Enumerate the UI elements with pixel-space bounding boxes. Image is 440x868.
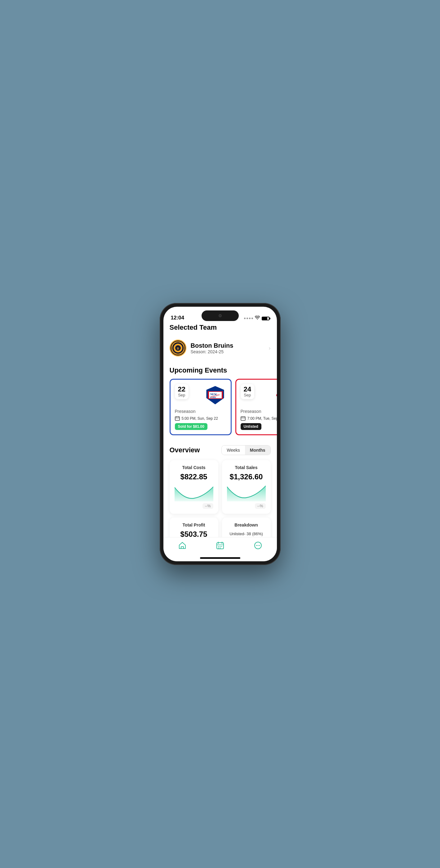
tab-more[interactable]: [253, 541, 262, 550]
svg-rect-7: [175, 417, 179, 420]
event-type-2: Preseason: [241, 409, 277, 414]
event-time-2: 7:00 PM, Tue, Sep 24: [247, 416, 277, 421]
total-sales-chart: [227, 484, 266, 501]
total-sales-card[interactable]: Total Sales $1,326.60: [222, 460, 271, 514]
phone-frame: 12:04: [160, 303, 281, 565]
team-text: Boston Bruins Season: 2024-25: [191, 342, 234, 354]
svg-point-21: [219, 546, 221, 547]
signal-dot-1: [244, 318, 245, 319]
selected-team-title: Selected Team: [170, 323, 271, 332]
event-header-2: 24 Sep capi: [241, 384, 277, 406]
months-button[interactable]: Months: [245, 445, 270, 455]
team-season: Season: 2024-25: [191, 349, 234, 354]
total-sales-title: Total Sales: [227, 465, 266, 470]
total-costs-title: Total Costs: [175, 465, 213, 470]
team-name: Boston Bruins: [191, 342, 234, 349]
total-costs-percent: --%: [202, 503, 213, 509]
upcoming-events-title: Upcoming Events: [170, 366, 271, 374]
total-costs-chart: [175, 484, 213, 501]
total-profit-value: $503.75: [175, 530, 213, 537]
event-header-1: 22 Sep: [175, 384, 226, 406]
overview-title: Overview: [170, 446, 200, 454]
signal-dot-2: [246, 318, 248, 319]
camera-pill: [218, 314, 222, 317]
scroll-content[interactable]: Selected Team B Boston Bruins: [163, 323, 277, 537]
svg-point-27: [257, 545, 258, 546]
home-icon: [178, 541, 187, 550]
event-day-1: 22: [178, 386, 185, 393]
total-profit-title: Total Profit: [175, 523, 213, 527]
bruins-logo-svg: B: [171, 341, 184, 354]
tab-calendar[interactable]: [216, 541, 225, 550]
event-month-2: Sep: [244, 393, 251, 397]
dynamic-island: [202, 310, 239, 321]
event-type-1: Preseason: [175, 409, 226, 414]
svg-point-26: [256, 545, 257, 546]
status-icons: [244, 316, 269, 321]
breakdown-items: Unlisted- 38 (86%) Sold- 5 (11%) Attendi…: [227, 531, 266, 537]
total-sales-value: $1,326.60: [227, 472, 266, 481]
event-date-1: 22 Sep: [175, 384, 189, 399]
breakdown-card[interactable]: Breakdown Unlisted- 38 (86%) Sold- 5 (11…: [222, 518, 271, 537]
svg-point-23: [218, 548, 219, 549]
total-costs-value: $822.85: [175, 472, 213, 481]
rangers-logo-svg: NEW YORK RANGERS: [205, 385, 226, 405]
period-toggle[interactable]: Weeks Months: [222, 445, 270, 455]
team-logo: B: [170, 340, 187, 356]
event-card-1[interactable]: 22 Sep: [170, 379, 232, 435]
overview-header: Overview Weeks Months: [170, 445, 271, 455]
event-month-1: Sep: [178, 393, 185, 397]
caps-text: capi: [276, 392, 277, 398]
battery-icon: [262, 317, 269, 320]
calendar-tab-icon: [216, 541, 225, 550]
event-time-row-2: 7:00 PM, Tue, Sep 24: [241, 416, 277, 421]
nyr-logo: NEW YORK RANGERS: [205, 384, 226, 406]
chevron-right-icon[interactable]: ›: [269, 345, 271, 351]
event-time-1: 5:00 PM, Sun, Sep 22: [182, 416, 218, 421]
signal-dot-4: [251, 318, 253, 319]
svg-point-28: [259, 545, 260, 546]
status-time: 12:04: [171, 315, 184, 321]
total-profit-card[interactable]: Total Profit $503.75: [170, 518, 218, 537]
team-info: B Boston Bruins Season: 2024-25: [170, 340, 234, 356]
total-sales-percent: --%: [255, 503, 266, 509]
svg-point-20: [218, 546, 219, 547]
svg-point-24: [219, 548, 221, 549]
event-status-badge-1: Sold for $81.00: [175, 423, 207, 430]
svg-rect-11: [241, 417, 245, 420]
svg-text:B: B: [177, 346, 179, 350]
signal-dot-3: [249, 318, 250, 319]
svg-point-22: [221, 546, 222, 547]
breakdown-title: Breakdown: [227, 523, 266, 527]
event-day-2: 24: [244, 386, 251, 393]
event-date-2: 24 Sep: [241, 384, 254, 399]
team-card[interactable]: B Boston Bruins Season: 2024-25 ›: [170, 336, 271, 360]
phone-screen: 12:04: [163, 307, 277, 561]
calendar-icon-2: [241, 416, 245, 421]
wifi-icon: [255, 316, 260, 321]
event-time-row-1: 5:00 PM, Sun, Sep 22: [175, 416, 226, 421]
stats-grid: Total Costs $822.85: [170, 460, 271, 537]
weeks-button[interactable]: Weeks: [222, 445, 245, 455]
events-scroll[interactable]: 22 Sep: [163, 379, 277, 438]
breakdown-item-0: Unlisted- 38 (86%): [227, 531, 266, 537]
event-status-badge-2: Unlisted: [241, 423, 261, 430]
more-icon: [253, 541, 262, 550]
tab-home[interactable]: [178, 541, 187, 550]
event-card-2[interactable]: 24 Sep capi Preseason: [235, 379, 277, 435]
caps-logo: capi: [270, 384, 277, 406]
home-bar: [200, 557, 240, 559]
total-costs-card[interactable]: Total Costs $822.85: [170, 460, 218, 514]
svg-rect-15: [181, 547, 183, 549]
signal-dots: [244, 318, 253, 319]
battery-fill: [262, 317, 268, 320]
calendar-icon-1: [175, 416, 180, 421]
